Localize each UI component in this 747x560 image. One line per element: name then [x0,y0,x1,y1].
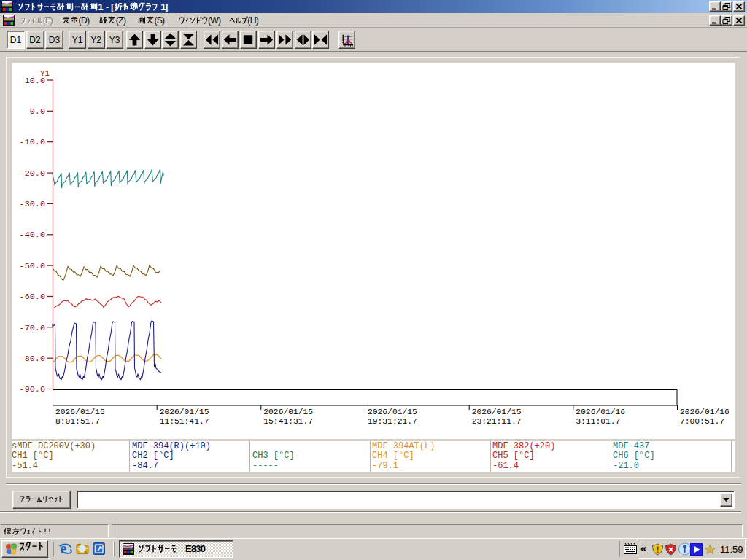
svg-text:-10.0: -10.0 [20,137,45,147]
svg-text:0.0: 0.0 [30,106,45,117]
svg-text:(Z): (Z) [116,15,126,26]
svg-text:(F): (F) [43,15,53,26]
svg-text:3:11:01.7: 3:11:01.7 [576,417,620,426]
svg-text:1]: 1] [160,1,168,12]
svg-text:2026/01/15: 2026/01/15 [368,408,417,416]
svg-text:7:00:51.7: 7:00:51.7 [680,417,724,426]
svg-text:2026/01/15: 2026/01/15 [263,408,313,416]
svg-text:2026/01/15: 2026/01/15 [472,408,522,416]
svg-text:11:51:41.7: 11:51:41.7 [160,417,209,426]
svg-text:15:41:31.7: 15:41:31.7 [263,417,313,426]
svg-text:(H): (H) [247,15,259,26]
svg-text:-60.0: -60.0 [20,292,45,302]
svg-text:(S): (S) [155,15,165,26]
svg-text:2026/01/15: 2026/01/15 [55,408,105,416]
svg-text:2026/01/16: 2026/01/16 [680,408,729,416]
svg-text:-20.0: -20.0 [20,168,45,179]
svg-text:2026/01/16: 2026/01/16 [576,408,625,416]
svg-text:E830: E830 [185,543,206,554]
svg-text:-30.0: -30.0 [20,199,45,209]
svg-text:-90.0: -90.0 [20,384,45,394]
svg-text:(D): (D) [79,15,90,26]
svg-text:(W): (W) [208,15,221,26]
svg-text:-40.0: -40.0 [20,230,45,240]
svg-text:19:31:21.7: 19:31:21.7 [368,417,417,426]
svg-text:-70.0: -70.0 [20,323,45,333]
svg-text:Y1: Y1 [40,69,50,78]
svg-text:-50.0: -50.0 [20,261,45,271]
svg-text:23:21:11.7: 23:21:11.7 [472,417,522,426]
svg-text:2026/01/15: 2026/01/15 [160,408,209,416]
svg-text:-80.0: -80.0 [20,354,45,364]
svg-text:8:01:51.7: 8:01:51.7 [55,417,100,426]
svg-text:1 - [: 1 - [ [98,1,115,12]
